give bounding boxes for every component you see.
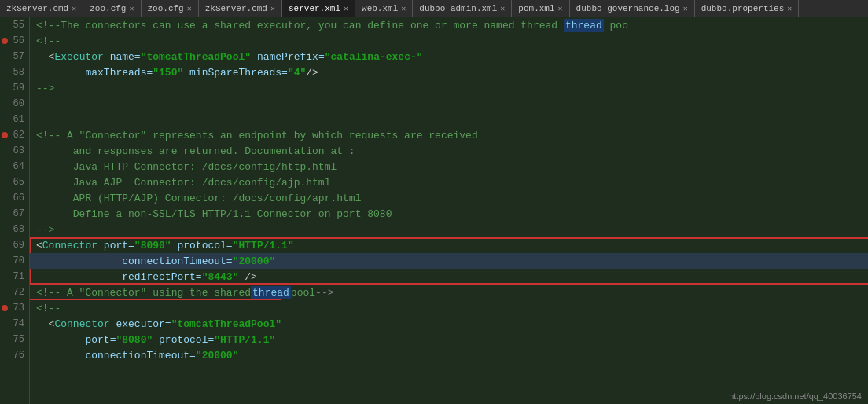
code-line-56: <!-- [30,33,868,49]
val-57a: "tomcatThreadPool" [141,51,251,63]
tab-zkserver-cmd-1[interactable]: zkServer.cmd✕ [0,0,83,17]
code-line-65: Java AJP Connector: /docs/config/ajp.htm… [30,174,868,190]
tab-pom-xml[interactable]: pom.xml✕ [512,0,569,17]
tab-bar[interactable]: zkServer.cmd✕ zoo.cfg✕ zoo.cfg✕ zkServer… [0,0,868,17]
code-lines: <!--The connectors can use a shared exec… [30,17,868,363]
line-num-59: 59 [0,80,29,96]
tab-dubbo-properties[interactable]: dubbo.properties✕ [695,0,800,17]
code-area[interactable]: <!--The connectors can use a shared exec… [30,17,868,404]
tab-dubbo-governance-log[interactable]: dubbo-governance.log✕ [570,0,695,17]
tagname-57: Executor [54,51,103,63]
watermark: https://blog.csdn.net/qq_40036754 [729,391,862,401]
code-line-63: and responses are returned. Documentatio… [30,143,868,159]
punct-57a: < [49,51,55,63]
line-num-65: 65 [0,174,29,190]
line-num-69: 69 [0,237,29,253]
code-line-67: Define a non-SSL/TLS HTTP/1.1 Connector … [30,206,868,222]
code-line-69: <Connector port="8090" protocol="HTTP/1.… [30,237,868,253]
val-57b: "catalina-exec-" [325,51,423,63]
code-line-75: port="8080" protocol="HTTP/1.1" [30,332,868,347]
line-num-70: 70 [0,253,29,269]
line-num-57: 57 [0,49,29,64]
code-line-68: --> [30,222,868,237]
comment-56: <!-- [36,35,61,47]
tab-zkserver-cmd-2[interactable]: zkServer.cmd✕ [199,0,282,17]
line-num-56: 56 [0,33,29,49]
line-num-55: 55 [0,17,29,33]
line-num-73: 73 [0,300,29,316]
tab-zoo-cfg-1[interactable]: zoo.cfg✕ [83,0,141,17]
line-num-62: 62 [0,127,29,143]
tab-zoo-cfg-2[interactable]: zoo.cfg✕ [142,0,199,17]
code-line-64: Java HTTP Connector: /docs/config/http.h… [30,159,868,174]
code-line-57: <Executor name="tomcatThreadPool" namePr… [30,49,868,64]
code-line-66: APR (HTTP/AJP) Connector: /docs/config/a… [30,190,868,206]
code-line-60 [30,96,868,112]
code-line-61 [30,112,868,127]
line-num-66: 66 [0,190,29,206]
line-num-72: 72 [0,285,29,300]
code-line-73: <!-- [30,300,868,316]
line-num-58: 58 [0,64,29,80]
line-num-60: 60 [0,96,29,112]
code-line-74: <Connector executor="tomcatThreadPool" [30,316,868,332]
line-num-63: 63 [0,143,29,159]
tab-server-xml[interactable]: server.xml✕ [282,0,355,17]
line-num-64: 64 [0,159,29,174]
code-line-59: --> [30,80,868,96]
line-num-71: 71 [0,269,29,285]
line-num-75: 75 [0,332,29,347]
code-line-71: redirectPort="8443" /> [30,269,868,285]
tab-dubbo-admin-xml[interactable]: dubbo-admin.xml✕ [413,0,512,17]
code-line-55: <!--The connectors can use a shared exec… [30,17,868,33]
line-num-68: 68 [0,222,29,237]
editor-area: 55 56 57 58 59 60 61 62 63 64 65 66 67 6… [0,17,868,404]
code-line-76: connectionTimeout="20000" [30,347,868,363]
line-num-67: 67 [0,206,29,222]
editor-window: zkServer.cmd✕ zoo.cfg✕ zoo.cfg✕ zkServer… [0,0,868,404]
tab-web-xml[interactable]: web.xml✕ [355,0,413,17]
line-num-61: 61 [0,112,29,127]
code-line-58: maxThreads="150" minSpareThreads="4"/> [30,64,868,80]
code-line-72: <!-- A "Connector" using the shared thre… [30,285,868,300]
comment-55: <!--The connectors can use a shared exec… [36,20,628,31]
code-line-70: connectionTimeout="20000" [30,253,868,269]
line-num-74: 74 [0,316,29,332]
line-numbers: 55 56 57 58 59 60 61 62 63 64 65 66 67 6… [0,17,30,404]
code-line-62: <!-- A "Connector" represents an endpoin… [30,127,868,143]
line-num-76: 76 [0,347,29,363]
